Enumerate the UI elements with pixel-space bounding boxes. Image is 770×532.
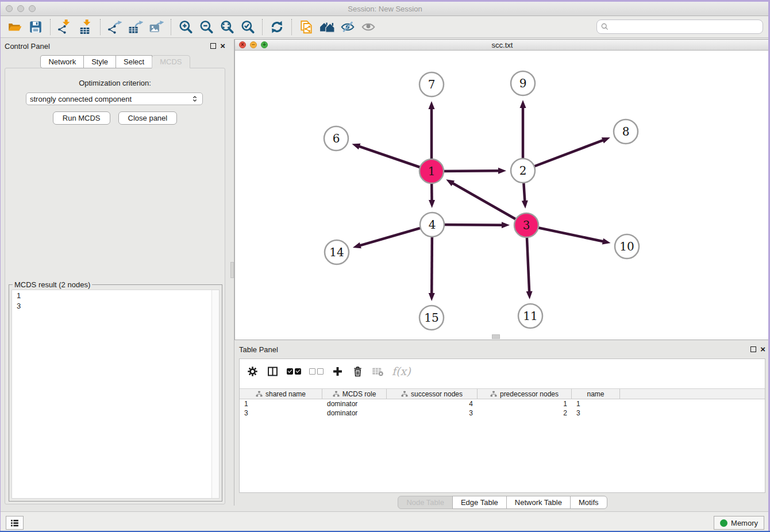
column-header-label: successor nodes (411, 390, 463, 398)
table-cell[interactable]: 4 (387, 399, 478, 408)
splitter-grip[interactable] (492, 334, 500, 339)
column-type-icon (490, 391, 497, 398)
import-network-icon[interactable] (55, 17, 75, 37)
graph-edge[interactable] (523, 140, 604, 171)
control-panel-title: Control Panel (5, 42, 50, 51)
table-row[interactable]: 1dominator411 (240, 399, 765, 408)
table-cell[interactable]: 3 (387, 408, 478, 418)
export-table-icon[interactable] (125, 17, 146, 37)
column-header-label: shared name (265, 390, 306, 398)
memory-button[interactable]: Memory (714, 516, 764, 530)
network-window-titlebar[interactable]: × − + scc.txt (235, 40, 769, 51)
table-panel-header: Table Panel × (234, 342, 770, 356)
column-header-successor-nodes[interactable]: successor nodes (387, 389, 478, 399)
search-box[interactable] (596, 20, 763, 34)
delete-table-icon (372, 365, 384, 377)
toolbar-separator (171, 19, 171, 35)
table-cell[interactable]: dominator (322, 408, 387, 418)
title-bar: Session: New Session (0, 2, 770, 16)
export-image-icon[interactable] (146, 17, 167, 37)
tab-mcds[interactable]: MCDS (152, 55, 190, 68)
optimization-select[interactable]: strongly connected component (26, 92, 203, 105)
refresh-icon[interactable] (267, 17, 287, 37)
gear-icon[interactable] (247, 365, 259, 377)
home-icon[interactable] (317, 17, 337, 37)
graph-node-label: 15 (424, 311, 438, 325)
run-mcds-button[interactable]: Run MCDS (53, 111, 110, 125)
graph-edge-arrowhead (498, 168, 506, 174)
table-cell[interactable]: 3 (572, 408, 620, 418)
mcds-result-text[interactable]: 13 (11, 290, 220, 499)
save-session-icon[interactable] (25, 17, 46, 37)
mcds-result-title: MCDS result (2 nodes) (13, 280, 92, 289)
table-row[interactable]: 3dominator323 (240, 408, 765, 418)
table-cell[interactable]: 3 (240, 408, 322, 418)
split-columns-icon[interactable] (267, 365, 279, 377)
show-all-icon[interactable] (358, 17, 379, 37)
column-type-icon (333, 391, 340, 398)
window-title: Session: New Session (0, 5, 770, 13)
network-canvas[interactable]: 7968124314101511 (235, 51, 769, 340)
unselect-all-icon[interactable] (309, 368, 324, 375)
float-panel-icon[interactable] (750, 346, 756, 352)
tab-node-table[interactable]: Node Table (398, 496, 453, 509)
column-header-label: MCDS role (342, 390, 376, 398)
vertical-splitter[interactable] (230, 39, 234, 506)
column-header-shared-name[interactable]: shared name (240, 389, 322, 399)
zoom-out-icon[interactable] (196, 17, 217, 37)
optimization-select-value: strongly connected component (30, 95, 132, 103)
list-icon (10, 518, 20, 528)
zoom-in-icon[interactable] (175, 17, 196, 37)
network-graph: 7968124314101511 (235, 51, 769, 340)
close-panel-button[interactable]: Close panel (118, 111, 178, 125)
column-header-predecessor-nodes[interactable]: predecessor nodes (478, 389, 572, 399)
graph-edge-arrowhead (429, 101, 435, 109)
table-cell[interactable]: dominator (322, 399, 387, 408)
graph-edge-arrowhead (602, 137, 610, 143)
delete-icon[interactable] (352, 365, 364, 377)
graph-edge-arrowhead (522, 201, 528, 209)
table-cell[interactable]: 1 (478, 399, 572, 408)
control-panel: Control Panel × NetworkStyleSelectMCDS O… (0, 39, 230, 506)
mcds-result-line: 3 (17, 301, 219, 311)
tab-network[interactable]: Network (40, 55, 84, 68)
clone-network-icon[interactable] (296, 17, 317, 37)
zoom-fit-icon[interactable] (217, 17, 237, 37)
tab-motifs[interactable]: Motifs (570, 496, 607, 509)
import-table-icon[interactable] (75, 17, 96, 37)
tab-edge-table[interactable]: Edge Table (452, 496, 507, 509)
scrollbar[interactable] (211, 290, 219, 498)
mcds-result-line: 1 (17, 291, 219, 301)
select-all-icon[interactable] (287, 368, 301, 375)
graph-node-label: 6 (333, 132, 340, 145)
open-session-icon[interactable] (5, 17, 25, 37)
hide-selected-icon[interactable] (337, 17, 358, 37)
table-header-row[interactable]: shared nameMCDS rolesuccessor nodesprede… (240, 388, 765, 399)
table-cell[interactable]: 1 (240, 399, 322, 408)
task-history-button[interactable] (6, 516, 24, 530)
table-cell[interactable]: 1 (572, 399, 620, 408)
float-panel-icon[interactable] (210, 43, 216, 49)
close-panel-icon[interactable]: × (760, 346, 765, 352)
add-column-icon[interactable] (332, 365, 344, 377)
tab-select[interactable]: Select (116, 55, 152, 68)
export-network-icon[interactable] (105, 17, 125, 37)
tab-network-table[interactable]: Network Table (506, 496, 571, 509)
table-rows: 1dominator4113dominator323 (240, 399, 765, 418)
search-input[interactable] (611, 23, 763, 31)
zoom-selected-icon[interactable] (237, 17, 258, 37)
graph-node-label: 3 (523, 218, 530, 232)
graph-node-label: 2 (519, 164, 527, 178)
graph-edge-arrowhead (429, 293, 435, 301)
table-cell[interactable]: 2 (478, 408, 572, 418)
graph-edge[interactable] (452, 183, 526, 225)
close-panel-icon[interactable]: × (220, 43, 225, 49)
column-header-name[interactable]: name (572, 389, 620, 399)
splitter-grip[interactable] (230, 262, 234, 278)
tab-style[interactable]: Style (83, 55, 116, 68)
table-panel: Table Panel × f(x) shared nameMCDS roles… (234, 342, 770, 511)
optimization-label: Optimization criterion: (5, 79, 225, 87)
control-panel-header: Control Panel × (0, 39, 230, 53)
toolbar-separator (262, 19, 263, 35)
column-header-MCDS-role[interactable]: MCDS role (322, 389, 387, 399)
